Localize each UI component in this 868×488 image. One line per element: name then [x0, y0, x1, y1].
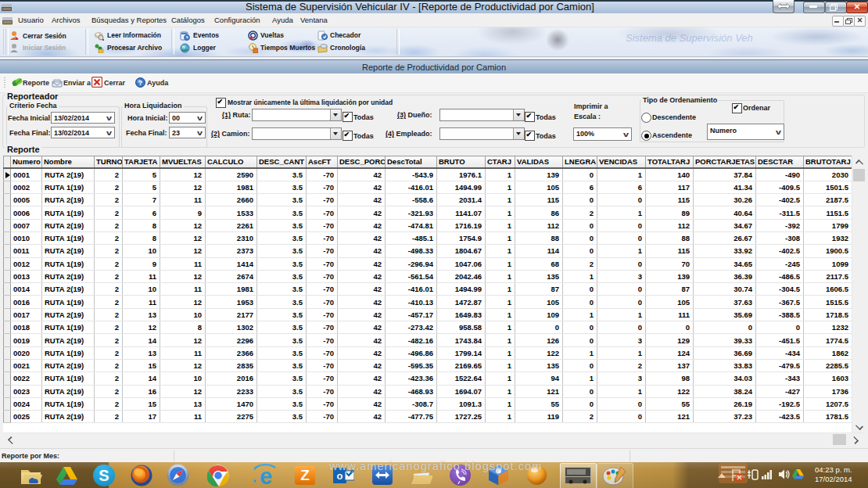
svg-text:?: ?: [138, 79, 143, 87]
svg-text:e: e: [260, 464, 272, 487]
